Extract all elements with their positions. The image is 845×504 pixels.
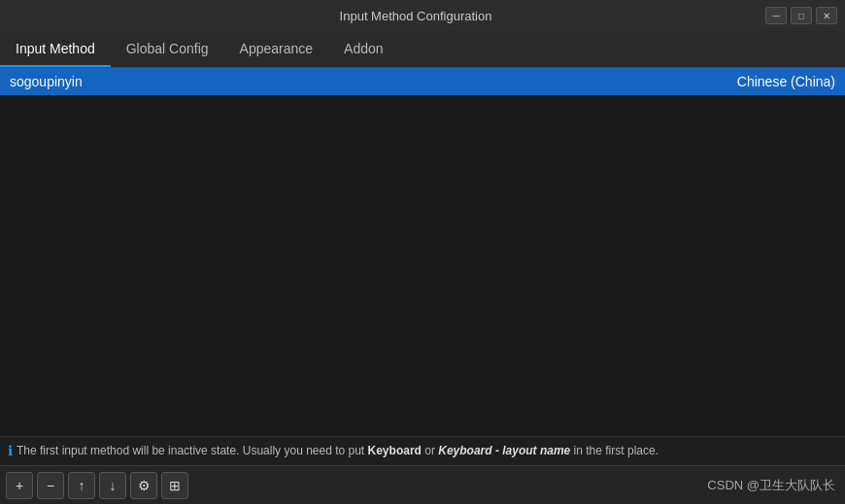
- title-bar: Input Method Configuration ─ □ ✕: [0, 0, 845, 31]
- info-text-before: The first input method will be inactive …: [17, 444, 368, 457]
- watermark: CSDN @卫生大队队长: [707, 477, 839, 494]
- tab-bar: Input Method Global Config Appearance Ad…: [0, 31, 845, 68]
- info-bar: ℹ The first input method will be inactiv…: [0, 436, 845, 465]
- content-area: sogoupinyin Chinese (China) ℹ The first …: [0, 68, 845, 504]
- tab-addon[interactable]: Addon: [328, 31, 398, 67]
- input-method-list[interactable]: sogoupinyin Chinese (China): [0, 68, 845, 436]
- add-button[interactable]: +: [6, 472, 33, 499]
- configure-button[interactable]: ⊞: [161, 472, 188, 499]
- tab-input-method[interactable]: Input Method: [0, 31, 111, 67]
- list-item[interactable]: sogoupinyin Chinese (China): [0, 68, 845, 95]
- info-text-middle: or: [422, 444, 438, 457]
- info-keyword2: Keyboard - layout name: [438, 444, 570, 457]
- info-text-after: in the first place.: [570, 444, 659, 457]
- tab-appearance[interactable]: Appearance: [224, 31, 329, 67]
- info-icon: ℹ: [8, 443, 13, 458]
- move-up-button[interactable]: ↑: [68, 472, 95, 499]
- move-down-button[interactable]: ↓: [99, 472, 126, 499]
- toolbar: + − ↑ ↓ ⚙ ⊞ CSDN @卫生大队队长: [0, 465, 845, 504]
- window-controls: ─ □ ✕: [765, 7, 837, 24]
- input-method-language: Chinese (China): [737, 74, 835, 89]
- info-keyword1: Keyboard: [368, 444, 422, 457]
- settings-button[interactable]: ⚙: [130, 472, 157, 499]
- input-method-name: sogoupinyin: [10, 74, 83, 89]
- window-title: Input Method Configuration: [66, 9, 765, 23]
- info-text: The first input method will be inactive …: [17, 443, 659, 459]
- toolbar-left: + − ↑ ↓ ⚙ ⊞: [6, 472, 188, 499]
- tab-global-config[interactable]: Global Config: [111, 31, 224, 67]
- close-button[interactable]: ✕: [816, 7, 837, 24]
- remove-button[interactable]: −: [37, 472, 64, 499]
- maximize-button[interactable]: □: [791, 7, 812, 24]
- minimize-button[interactable]: ─: [765, 7, 787, 24]
